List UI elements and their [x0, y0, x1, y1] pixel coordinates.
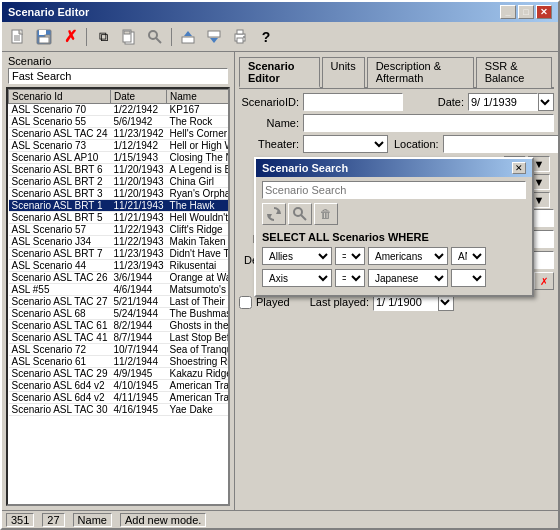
filter-1-bool[interactable]: ANDOR [451, 247, 486, 265]
svg-marker-16 [210, 38, 218, 43]
status-count: 351 [6, 513, 34, 527]
table-row[interactable]: Scenario ASL TAC 294/9/1945Kakazu Ridge [9, 368, 231, 380]
import-button[interactable] [202, 26, 226, 48]
svg-rect-19 [237, 38, 243, 43]
dialog-body: 🗑 SELECT ALL Scenarios WHERE AlliesAxisD… [256, 177, 532, 295]
find-button[interactable] [143, 26, 167, 48]
table-row[interactable]: Scenario ASL TAC 263/6/1944Orange at Wal… [9, 272, 231, 284]
export-button[interactable] [176, 26, 200, 48]
tab-description[interactable]: Description & Aftermath [367, 57, 474, 88]
minimize-button[interactable]: _ [500, 5, 516, 19]
last-played-label: Last played: [310, 296, 369, 308]
col-header-id[interactable]: Scenario Id [9, 90, 111, 104]
scenario-id-row: ScenarioID: Date: [239, 93, 554, 111]
date-dropdown[interactable] [538, 93, 554, 111]
dialog-title-bar: Scenario Search ✕ [256, 159, 532, 177]
table-row[interactable]: Scenario ASL 6d4 v24/11/1945American Tra… [9, 392, 231, 404]
name-row: Name: [239, 114, 554, 132]
filter-2-field[interactable]: AxisAlliesDateName [262, 269, 332, 287]
filter-2-value[interactable]: JapaneseGermansItalians [368, 269, 448, 287]
table-row[interactable]: ASL Scenario J3411/22/1943Makin Taken [9, 236, 231, 248]
table-row[interactable]: ASL Scenario 555/6/1942The Rock [9, 116, 231, 128]
svg-rect-10 [124, 31, 130, 34]
table-row[interactable]: Scenario ASL AP101/15/1943Closing The Ne… [9, 152, 231, 164]
table-row[interactable]: ASL Scenario 7210/7/1944Sea of Tranquili… [9, 344, 231, 356]
dialog-close-button[interactable]: ✕ [512, 162, 526, 174]
table-row[interactable]: Scenario ASL 6d4 v24/10/1945American Tra… [9, 380, 231, 392]
path-clear-button[interactable]: ✗ [534, 272, 554, 290]
close-button[interactable]: ✕ [536, 5, 552, 19]
table-row[interactable]: ASL Scenario 4411/23/1943Rikusentai [9, 260, 231, 272]
table-row[interactable]: Scenario ASL TAC 618/2/1944Ghosts in the… [9, 320, 231, 332]
svg-rect-13 [182, 37, 194, 43]
status-name-display: Name [73, 513, 112, 527]
title-bar: Scenario Editor _ □ ✕ [2, 2, 558, 22]
table-row[interactable]: ASL Scenario 701/22/1942KP167 [9, 104, 231, 116]
table-row[interactable]: Scenario ASL BRT 311/20/1943Ryan's Orpha… [9, 188, 231, 200]
tab-units[interactable]: Units [322, 57, 365, 88]
filter-1-op[interactable]: =<> [335, 247, 365, 265]
played-label: Played [256, 296, 290, 308]
svg-rect-7 [39, 37, 49, 43]
theater-label: Theater: [239, 138, 299, 150]
dialog-toolbar: 🗑 [262, 203, 526, 225]
date-input[interactable] [468, 93, 538, 111]
delete-button[interactable]: ✗ [58, 26, 82, 48]
dialog-clear-btn[interactable]: 🗑 [314, 203, 338, 225]
table-row[interactable]: Scenario ASL BRT 611/20/1943A Legend is … [9, 164, 231, 176]
name-input[interactable] [303, 114, 554, 132]
table-row[interactable]: Scenario ASL TAC 418/7/1944Last Stop Bef… [9, 332, 231, 344]
played-checkbox[interactable] [239, 296, 252, 309]
paste-button[interactable] [117, 26, 141, 48]
table-row[interactable]: Scenario ASL TAC 304/16/1945Yae Dake [9, 404, 231, 416]
table-row[interactable]: Scenario ASL TAC 2411/23/1942Hell's Corn… [9, 128, 231, 140]
scenario-id-input[interactable] [303, 93, 403, 111]
table-row[interactable]: ASL Scenario 6111/2/1944Shoestring Ridge [9, 356, 231, 368]
main-window: Scenario Editor _ □ ✕ ✗ ⧉ [0, 0, 560, 530]
help-button[interactable]: ? [254, 26, 278, 48]
table-row[interactable]: ASL Scenario 5711/22/1943Clift's Ridge [9, 224, 231, 236]
dialog-find-btn[interactable] [288, 203, 312, 225]
location-input[interactable] [443, 135, 558, 153]
svg-point-20 [243, 36, 245, 38]
table-row[interactable]: ASL Scenario 731/12/1942Hell or High Wat… [9, 140, 231, 152]
filter-1-value[interactable]: AmericansBritishRussians [368, 247, 448, 265]
save-button[interactable] [32, 26, 56, 48]
table-row[interactable]: ASL #554/6/1944Matsumoto's Charge [9, 284, 231, 296]
col-header-name[interactable]: Name [167, 90, 230, 104]
scenario-search-input[interactable] [8, 68, 228, 84]
scenario-id-label: ScenarioID: [239, 96, 299, 108]
window-title: Scenario Editor [8, 6, 89, 18]
location-label: Location: [394, 138, 439, 150]
table-row[interactable]: Scenario ASL TAC 275/21/1944Last of Thei… [9, 296, 231, 308]
table-row[interactable]: Scenario ASL 685/24/1944The Bushmasters [9, 308, 231, 320]
svg-rect-15 [208, 31, 220, 37]
print-button[interactable] [228, 26, 252, 48]
filter-2-op[interactable]: =<> [335, 269, 365, 287]
col-header-date[interactable]: Date [110, 90, 166, 104]
filter-1-field[interactable]: AlliesAxisDateName [262, 247, 332, 265]
table-row[interactable]: Scenario ASL BRT 211/20/1943China Girl [9, 176, 231, 188]
filter-2-bool[interactable]: ANDOR [451, 269, 486, 287]
dialog-title-text: Scenario Search [262, 162, 348, 174]
filter-row-2: AxisAlliesDateName =<> JapaneseGermansIt… [262, 269, 526, 287]
svg-line-12 [156, 38, 161, 43]
svg-rect-18 [237, 30, 243, 34]
tab-scenario-editor[interactable]: Scenario Editor [239, 57, 320, 88]
table-row[interactable]: Scenario ASL BRT 711/23/1943Didn't Have … [9, 248, 231, 260]
table-row[interactable]: Scenario ASL BRT 111/21/1943The Hawk [9, 200, 231, 212]
copy-button[interactable]: ⧉ [91, 26, 115, 48]
tab-ssr-balance[interactable]: SSR & Balance [476, 57, 552, 88]
toolbar-separator-1 [86, 28, 87, 46]
new-button[interactable] [6, 26, 30, 48]
dialog-search-input[interactable] [262, 181, 526, 199]
tab-bar: Scenario Editor Units Description & Afte… [239, 56, 554, 89]
maximize-button[interactable]: □ [518, 5, 534, 19]
toolbar-separator-2 [171, 28, 172, 46]
table-row[interactable]: Scenario ASL BRT 511/21/1943Hell Wouldn'… [9, 212, 231, 224]
status-selected: 27 [42, 513, 64, 527]
scenario-list-container[interactable]: Scenario Id Date Name ASL Scenario 701/2… [6, 87, 230, 506]
theater-select[interactable]: Pacific European North Africa [303, 135, 388, 153]
dialog-refresh-btn[interactable] [262, 203, 286, 225]
svg-point-11 [149, 31, 157, 39]
